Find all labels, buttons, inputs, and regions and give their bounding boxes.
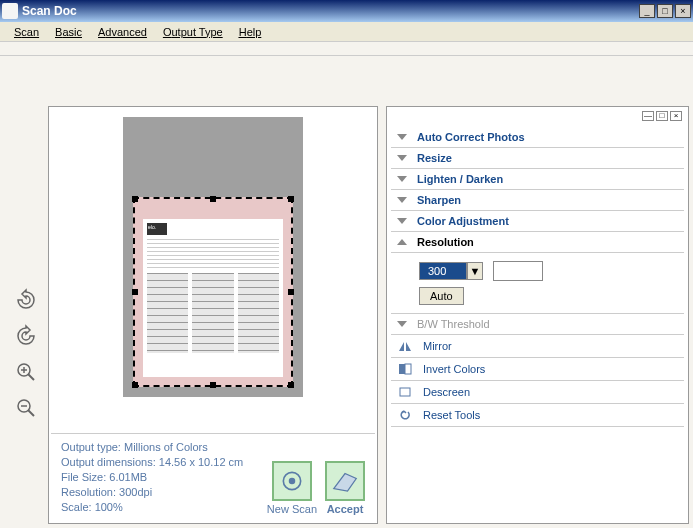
document-thumbnail: elo. [143, 219, 283, 377]
setting-bw-threshold: B/W Threshold [391, 314, 684, 335]
menu-advanced[interactable]: Advanced [90, 24, 155, 40]
info-scale: Scale: 100% [61, 500, 267, 515]
toolbar-strip [0, 42, 693, 56]
svg-line-1 [28, 374, 34, 380]
setting-resize[interactable]: Resize [391, 148, 684, 169]
rotate-ccw-icon[interactable] [12, 286, 40, 314]
setting-reset-tools[interactable]: Reset Tools [391, 404, 684, 427]
chevron-down-icon [397, 321, 407, 327]
reset-icon [397, 408, 413, 422]
crop-handle-tl[interactable] [132, 196, 138, 202]
window-title: Scan Doc [22, 4, 639, 18]
accept-icon [325, 461, 365, 501]
panel-close-icon[interactable]: × [670, 111, 682, 121]
rotate-cw-icon[interactable] [12, 322, 40, 350]
settings-panel: — □ × Auto Correct Photos Resize Lighten… [386, 106, 689, 524]
accept-button[interactable]: Accept [325, 461, 365, 515]
info-file-size: File Size: 6.01MB [61, 470, 267, 485]
setting-auto-correct[interactable]: Auto Correct Photos [391, 127, 684, 148]
new-scan-button[interactable]: New Scan [267, 461, 317, 515]
descreen-icon [397, 385, 413, 399]
doc-logo: elo. [147, 223, 167, 235]
zoom-in-icon[interactable] [12, 358, 40, 386]
preview-area: elo. [51, 109, 375, 433]
setting-lighten-darken[interactable]: Lighten / Darken [391, 169, 684, 190]
svg-rect-9 [399, 364, 405, 374]
zoom-out-icon[interactable] [12, 394, 40, 422]
info-output-type: Output type: Millions of Colors [61, 440, 267, 455]
crop-handle-tr[interactable] [288, 196, 294, 202]
invert-icon [397, 362, 413, 376]
setting-color-adjustment[interactable]: Color Adjustment [391, 211, 684, 232]
crop-handle-mr[interactable] [288, 289, 294, 295]
crop-handle-bl[interactable] [132, 382, 138, 388]
crop-handle-bc[interactable] [210, 382, 216, 388]
setting-invert-colors[interactable]: Invert Colors [391, 358, 684, 381]
chevron-up-icon [397, 239, 407, 245]
maximize-button[interactable]: □ [657, 4, 673, 18]
menu-basic[interactable]: Basic [47, 24, 90, 40]
setting-sharpen[interactable]: Sharpen [391, 190, 684, 211]
panel-maximize-icon[interactable]: □ [656, 111, 668, 121]
resolution-controls: 300 ▼ Auto [391, 253, 684, 314]
setting-mirror[interactable]: Mirror [391, 335, 684, 358]
crop-handle-br[interactable] [288, 382, 294, 388]
info-resolution: Resolution: 300dpi [61, 485, 267, 500]
menu-bar: Scan Basic Advanced Output Type Help [0, 22, 693, 42]
menu-help[interactable]: Help [231, 24, 270, 40]
mirror-icon [397, 339, 413, 353]
chevron-down-icon [397, 176, 407, 182]
svg-rect-10 [405, 364, 411, 374]
left-toolbar [4, 106, 48, 524]
crop-handle-tc[interactable] [210, 196, 216, 202]
svg-rect-11 [400, 388, 410, 396]
scan-preview[interactable]: elo. [123, 117, 303, 397]
menu-scan[interactable]: Scan [6, 24, 47, 40]
dropdown-arrow-icon[interactable]: ▼ [467, 262, 483, 280]
auto-button[interactable]: Auto [419, 287, 464, 305]
info-bar: Output type: Millions of Colors Output d… [51, 433, 375, 521]
chevron-down-icon [397, 134, 407, 140]
svg-point-8 [289, 478, 296, 485]
new-scan-label: New Scan [267, 503, 317, 515]
crop-handle-ml[interactable] [132, 289, 138, 295]
panel-minimize-icon[interactable]: — [642, 111, 654, 121]
resolution-input[interactable] [493, 261, 543, 281]
setting-descreen[interactable]: Descreen [391, 381, 684, 404]
app-icon [2, 3, 18, 19]
close-button[interactable]: × [675, 4, 691, 18]
chevron-down-icon [397, 197, 407, 203]
title-bar: Scan Doc _ □ × [0, 0, 693, 22]
chevron-down-icon [397, 218, 407, 224]
setting-resolution[interactable]: Resolution [391, 232, 684, 253]
menu-output-type[interactable]: Output Type [155, 24, 231, 40]
new-scan-icon [272, 461, 312, 501]
info-dimensions: Output dimensions: 14.56 x 10.12 cm [61, 455, 267, 470]
chevron-down-icon [397, 155, 407, 161]
minimize-button[interactable]: _ [639, 4, 655, 18]
resolution-select[interactable]: 300 ▼ [419, 262, 483, 280]
accept-label: Accept [327, 503, 364, 515]
svg-line-5 [28, 410, 34, 416]
crop-region[interactable]: elo. [133, 197, 293, 387]
preview-panel: elo. Output type: Millions of Colors Out… [48, 106, 378, 524]
resolution-value: 300 [419, 262, 467, 280]
